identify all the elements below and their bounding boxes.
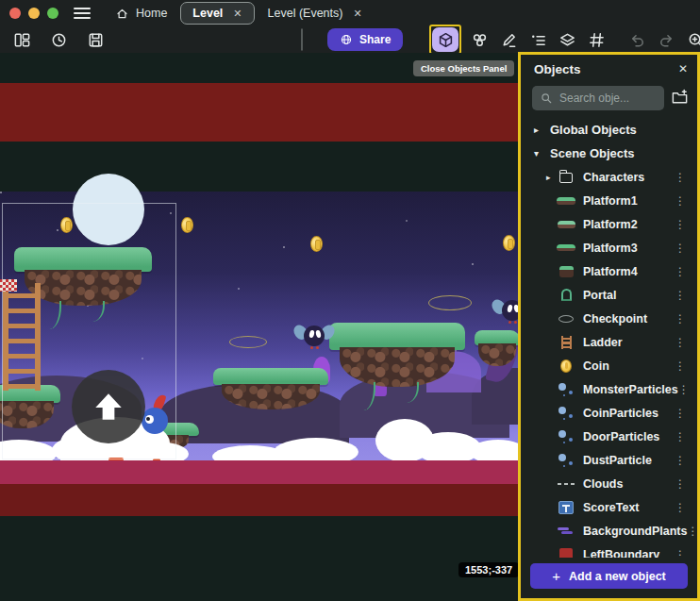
add-object-button[interactable]: + Add a new object xyxy=(530,563,688,589)
object-name: Platform2 xyxy=(583,218,638,231)
scene-editor-canvas[interactable]: 1553;-337 xyxy=(0,53,518,601)
object-row-platform3[interactable]: Platform3 ⋮ xyxy=(521,236,697,259)
object-row-characters[interactable]: ▸ Characters ⋮ xyxy=(521,165,697,189)
checkpoint-outline-object[interactable] xyxy=(229,336,267,348)
object-groups-icon[interactable] xyxy=(469,29,491,51)
zoom-in-icon[interactable] xyxy=(685,29,700,51)
kebab-menu-icon[interactable]: ⋮ xyxy=(675,407,686,420)
caret-icon[interactable]: ▸ xyxy=(534,125,542,135)
editor-layout-icon[interactable] xyxy=(11,29,33,51)
minimize-window-button[interactable] xyxy=(28,8,40,19)
bottom-dark-band xyxy=(0,516,518,601)
top-red-boundary[interactable] xyxy=(0,83,518,142)
search-box[interactable] xyxy=(532,86,664,110)
kebab-menu-icon[interactable]: ⋮ xyxy=(675,454,686,467)
gdevelop-window: Home Level ✕ Level (Events) ✕ Preview xyxy=(0,0,700,601)
close-tab-icon[interactable]: ✕ xyxy=(353,8,361,20)
add-folder-icon[interactable] xyxy=(671,88,689,109)
objects-panel: Objects ✕ ▸ Global Objects ▾ xyxy=(521,55,697,598)
object-row-doorparticles[interactable]: DoorParticles ⋮ xyxy=(521,425,697,448)
particles-icon xyxy=(558,453,575,467)
layers-icon[interactable] xyxy=(557,29,578,51)
object-row-backgroundplants[interactable]: BackgroundPlants ⋮ xyxy=(521,519,697,543)
kebab-menu-icon[interactable]: ⋮ xyxy=(675,265,686,278)
kebab-menu-icon[interactable]: ⋮ xyxy=(675,501,686,514)
kebab-menu-icon[interactable]: ⋮ xyxy=(675,477,686,491)
object-row-platform1[interactable]: Platform1 ⋮ xyxy=(521,189,697,212)
particles-icon xyxy=(558,382,575,396)
edit-scene-pencil-icon[interactable] xyxy=(498,29,520,51)
maximize-window-button[interactable] xyxy=(47,8,58,19)
up-arrow-icon xyxy=(92,390,125,424)
object-row-clouds[interactable]: Clouds ⋮ xyxy=(521,472,697,495)
kebab-menu-icon[interactable]: ⋮ xyxy=(675,548,686,559)
object-row-platform2[interactable]: Platform2 ⋮ xyxy=(521,212,697,236)
preview-button[interactable]: Preview xyxy=(302,33,303,46)
object-row-coinparticles[interactable]: CoinParticles ⋮ xyxy=(521,401,697,425)
group-label: Global Objects xyxy=(550,123,637,137)
object-row-dustparticle[interactable]: DustParticle ⋮ xyxy=(521,448,697,472)
history-icon[interactable] xyxy=(48,29,70,51)
platform-grass xyxy=(213,368,329,385)
save-icon[interactable] xyxy=(85,29,107,51)
monster-object[interactable] xyxy=(297,323,331,351)
coin-object[interactable] xyxy=(310,236,323,252)
tab-level[interactable]: Level ✕ xyxy=(180,2,254,25)
platform-object[interactable] xyxy=(332,323,462,387)
kebab-menu-icon[interactable]: ⋮ xyxy=(675,312,686,326)
platform-object[interactable] xyxy=(475,330,518,366)
kebab-menu-icon[interactable]: ⋮ xyxy=(675,171,686,184)
kebab-menu-icon[interactable]: ⋮ xyxy=(675,359,686,373)
jump-button-overlay[interactable] xyxy=(72,370,145,443)
object-thumbnail-icon xyxy=(556,483,576,485)
kebab-menu-icon[interactable]: ⋮ xyxy=(675,430,686,443)
checkpoint-outline-object[interactable] xyxy=(428,295,472,310)
object-row-platform4[interactable]: Platform4 ⋮ xyxy=(521,259,697,283)
coin-object[interactable] xyxy=(181,217,193,233)
kebab-menu-icon[interactable]: ⋮ xyxy=(675,242,686,255)
object-thumbnail-icon xyxy=(556,197,576,205)
kebab-menu-icon[interactable]: ⋮ xyxy=(675,194,686,208)
group-global-objects[interactable]: ▸ Global Objects xyxy=(521,118,697,142)
object-row-monsterparticles[interactable]: MonsterParticles ⋮ xyxy=(521,377,697,401)
object-row-scoretext[interactable]: ScoreText ⋮ xyxy=(521,495,697,519)
grid-icon[interactable] xyxy=(586,29,608,51)
main-menu-icon[interactable] xyxy=(74,8,91,19)
object-name: Portal xyxy=(583,289,616,302)
kebab-menu-icon[interactable]: ⋮ xyxy=(675,336,686,349)
instances-list-icon[interactable] xyxy=(527,29,549,51)
close-panel-icon[interactable]: ✕ xyxy=(678,62,688,75)
tab-level-events[interactable]: Level (Events) ✕ xyxy=(257,2,374,25)
monster-feet xyxy=(508,321,511,324)
redsquare-icon xyxy=(559,548,573,559)
coin-object[interactable] xyxy=(503,235,515,251)
object-row-ladder[interactable]: Ladder ⋮ xyxy=(521,330,697,354)
close-tab-icon[interactable]: ✕ xyxy=(233,8,242,20)
kebab-menu-icon[interactable]: ⋮ xyxy=(675,289,686,302)
platform2-icon xyxy=(558,221,575,228)
main-toolbar: Preview Share xyxy=(0,26,700,53)
object-name: Platform3 xyxy=(583,242,638,255)
tab-home[interactable]: Home xyxy=(104,2,178,25)
search-input[interactable] xyxy=(559,92,656,105)
platform-object[interactable] xyxy=(215,368,326,409)
kebab-menu-icon[interactable]: ⋮ xyxy=(675,218,686,231)
object-thumbnail-icon xyxy=(556,171,576,183)
object-row-leftboundary[interactable]: LeftBoundary ⋮ xyxy=(521,543,697,558)
undo-icon[interactable] xyxy=(626,29,648,51)
object-row-portal[interactable]: Portal ⋮ xyxy=(521,283,697,307)
kebab-menu-icon[interactable]: ⋮ xyxy=(678,383,690,396)
redo-icon[interactable] xyxy=(656,29,677,51)
group-scene-objects[interactable]: ▾ Scene Objects xyxy=(521,142,697,165)
caret-icon[interactable]: ▾ xyxy=(534,148,542,159)
monster-object[interactable] xyxy=(495,297,518,326)
share-button[interactable]: Share xyxy=(327,28,403,51)
close-window-button[interactable] xyxy=(9,8,21,19)
globe-icon xyxy=(340,33,353,46)
share-label: Share xyxy=(359,33,391,46)
objects-panel-button[interactable] xyxy=(432,27,458,52)
kebab-menu-icon[interactable]: ⋮ xyxy=(687,525,697,538)
object-row-coin[interactable]: Coin ⋮ xyxy=(521,354,697,377)
object-row-checkpoint[interactable]: Checkpoint ⋮ xyxy=(521,307,697,330)
monster-body xyxy=(304,326,325,346)
